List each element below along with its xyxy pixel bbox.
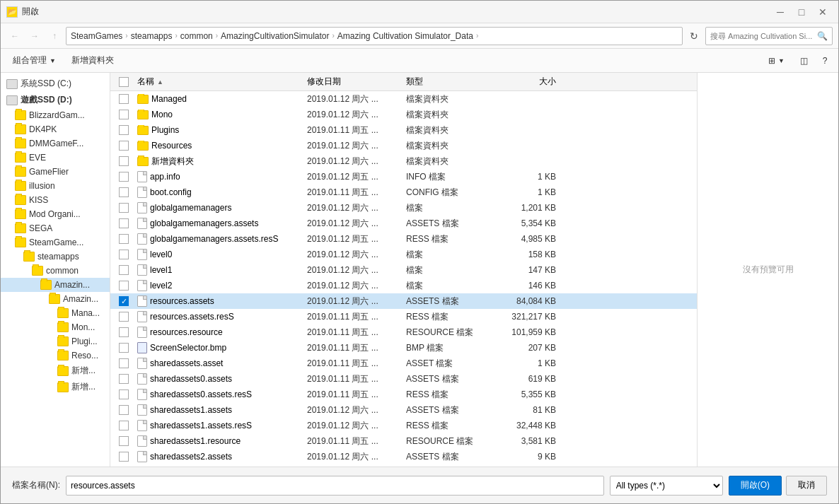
table-row[interactable]: sharedassets1.assets2019.01.12 周六 ...ASS… <box>110 402 697 418</box>
row-checkbox[interactable] <box>119 250 129 259</box>
row-checkbox[interactable] <box>119 203 129 213</box>
row-checkbox[interactable] <box>119 281 129 291</box>
table-row[interactable]: ✓resources.assets2019.01.12 周六 ...ASSETS… <box>110 293 697 309</box>
minimize-button[interactable]: ─ <box>770 5 790 19</box>
table-row[interactable]: globalgamemanagers2019.01.12 周六 ...檔案1,2… <box>110 200 697 216</box>
table-row[interactable]: resources.assets.resS2019.01.11 周五 ...RE… <box>110 309 697 324</box>
refresh-button[interactable]: ↻ <box>685 28 702 45</box>
row-checkbox[interactable] <box>119 374 129 384</box>
sidebar-item-dmm[interactable]: DMMGameF... <box>1 136 110 151</box>
table-row[interactable]: sharedassets0.assets.resS2019.01.11 周五 .… <box>110 387 697 402</box>
sidebar-item-dk4pk[interactable]: DK4PK <box>1 122 110 136</box>
filetype-select[interactable]: All types (*.*) <box>610 476 723 496</box>
sidebar-item-amazing1[interactable]: Amazin... <box>1 278 110 292</box>
sidebar-item-new1[interactable]: 新增... <box>1 363 110 379</box>
row-checkbox[interactable] <box>119 94 129 104</box>
table-row[interactable]: sharedassets.asset2019.01.11 周五 ...ASSET… <box>110 356 697 371</box>
header-type[interactable]: 類型 <box>403 76 488 88</box>
sidebar-item-game-ssd[interactable]: 遊戲SSD (D:) <box>1 92 110 108</box>
table-row[interactable]: resources.resource2019.01.11 周五 ...RESOU… <box>110 324 697 340</box>
sidebar-item-mon[interactable]: Mon... <box>1 320 110 334</box>
row-checkbox[interactable] <box>119 141 129 151</box>
row-checkbox[interactable] <box>119 312 129 322</box>
breadcrumb-amazingcultivation[interactable]: AmazingCultivationSimulator <box>221 31 329 41</box>
table-row[interactable]: sharedassets1.resource2019.01.11 周五 ...R… <box>110 433 697 449</box>
row-checkbox[interactable] <box>119 156 129 166</box>
up-button[interactable]: ↑ <box>46 28 63 45</box>
header-name[interactable]: 名稱 ▲ <box>134 76 304 88</box>
view-button[interactable]: ⊞ ▼ <box>762 52 791 70</box>
row-checkbox[interactable] <box>119 452 129 462</box>
breadcrumb-common[interactable]: common <box>180 31 213 41</box>
search-input[interactable] <box>710 32 817 40</box>
breadcrumb-steamgames[interactable]: SteamGames <box>71 31 122 41</box>
row-checkbox[interactable] <box>119 343 129 353</box>
row-checkbox[interactable] <box>119 389 129 399</box>
table-row[interactable]: Resources2019.01.12 周六 ...檔案資料夾 <box>110 138 697 153</box>
row-checkbox[interactable] <box>119 436 129 446</box>
table-row[interactable]: sharedassets2.assets2019.01.12 周六 ...ASS… <box>110 449 697 464</box>
table-row[interactable]: Mono2019.01.12 周六 ...檔案資料夾 <box>110 107 697 122</box>
row-checkbox[interactable] <box>119 187 129 197</box>
close-button[interactable]: ✕ <box>813 5 833 19</box>
sidebar-item-common[interactable]: common <box>1 264 110 278</box>
sidebar-item-reso[interactable]: Reso... <box>1 348 110 363</box>
organize-button[interactable]: 組合管理 ▼ <box>6 52 62 70</box>
row-check <box>113 374 134 384</box>
table-row[interactable]: sharedassets1.assets.resS2019.01.12 周六 .… <box>110 418 697 433</box>
table-row[interactable]: Plugins2019.01.11 周五 ...檔案資料夾 <box>110 122 697 138</box>
row-checkbox[interactable] <box>119 218 129 228</box>
sidebar-item-blizzard[interactable]: BlizzardGam... <box>1 108 110 122</box>
sidebar-item-gameflier[interactable]: GameFlier <box>1 165 110 179</box>
row-checkbox[interactable] <box>119 358 129 368</box>
maximize-button[interactable]: □ <box>792 5 811 19</box>
table-row[interactable]: level02019.01.12 周六 ...檔案158 KB <box>110 247 697 262</box>
table-row[interactable]: globalgamemanagers.assets2019.01.12 周六 .… <box>110 216 697 231</box>
row-checkbox[interactable] <box>119 327 129 337</box>
header-date[interactable]: 修改日期 <box>304 76 403 88</box>
cancel-button[interactable]: 取消 <box>786 476 827 496</box>
header-size[interactable]: 大小 <box>488 76 559 88</box>
open-button[interactable]: 開啟(O) <box>729 476 782 496</box>
row-checkbox[interactable] <box>119 421 129 430</box>
row-checkbox[interactable] <box>119 234 129 244</box>
table-row[interactable]: ScreenSelector.bmp2019.01.11 周五 ...BMP 檔… <box>110 340 697 356</box>
table-row[interactable]: 新增資料夾2019.01.12 周六 ...檔案資料夾 <box>110 153 697 169</box>
sidebar-item-plugi[interactable]: Plugi... <box>1 334 110 348</box>
table-row[interactable]: app.info2019.01.12 周五 ...INFO 檔案1 KB <box>110 169 697 184</box>
sidebar-item-amazing2[interactable]: Amazin... <box>1 292 110 306</box>
preview-button[interactable]: ◫ <box>794 52 814 70</box>
help-button[interactable]: ? <box>817 52 833 70</box>
row-checkbox[interactable] <box>119 110 129 119</box>
breadcrumb-steamapps[interactable]: steamapps <box>131 31 173 41</box>
breadcrumb-data[interactable]: Amazing Cultivation Simulator_Data <box>337 31 473 41</box>
sidebar-item-steamapps[interactable]: steamapps <box>1 250 110 264</box>
row-checkbox[interactable] <box>119 265 129 275</box>
forward-button[interactable]: → <box>26 28 43 45</box>
sidebar-item-steamgam[interactable]: SteamGame... <box>1 235 110 250</box>
table-row[interactable]: level12019.01.12 周六 ...檔案147 KB <box>110 262 697 278</box>
row-checkbox[interactable] <box>119 172 129 182</box>
back-button[interactable]: ← <box>6 28 23 45</box>
row-checkbox[interactable]: ✓ <box>119 296 129 306</box>
new-folder-button[interactable]: 新增資料夾 <box>65 52 120 70</box>
sidebar-label: Plugi... <box>71 336 98 346</box>
sidebar-item-mana[interactable]: Mana... <box>1 306 110 320</box>
row-type: RESS 檔案 <box>403 420 488 432</box>
sidebar-item-eve[interactable]: EVE <box>1 151 110 165</box>
sidebar-item-sega[interactable]: SEGA <box>1 221 110 235</box>
sidebar-item-system-ssd[interactable]: 系統SSD (C:) <box>1 76 110 92</box>
row-checkbox[interactable] <box>119 125 129 135</box>
select-all-checkbox[interactable] <box>119 77 129 87</box>
filename-input[interactable] <box>66 476 604 496</box>
table-row[interactable]: level22019.01.12 周六 ...檔案146 KB <box>110 278 697 293</box>
table-row[interactable]: globalgamemanagers.assets.resS2019.01.12… <box>110 231 697 247</box>
sidebar-item-kiss[interactable]: KISS <box>1 193 110 207</box>
sidebar-item-new2[interactable]: 新增... <box>1 379 110 395</box>
sidebar-item-illusion[interactable]: illusion <box>1 179 110 193</box>
table-row[interactable]: sharedassets0.assets2019.01.11 周五 ...ASS… <box>110 371 697 387</box>
table-row[interactable]: Managed2019.01.12 周六 ...檔案資料夾 <box>110 91 697 107</box>
row-checkbox[interactable] <box>119 405 129 415</box>
table-row[interactable]: boot.config2019.01.11 周五 ...CONFIG 檔案1 K… <box>110 184 697 200</box>
sidebar-item-modorgani[interactable]: Mod Organi... <box>1 207 110 221</box>
